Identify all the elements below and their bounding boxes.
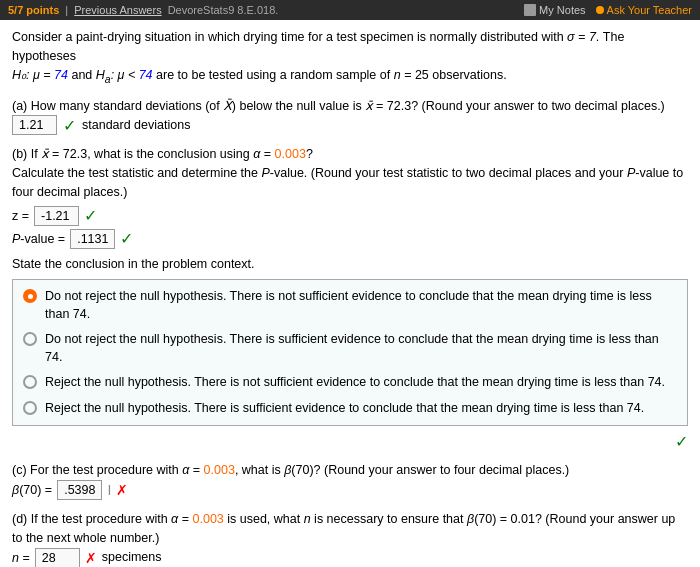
beta-label: β(70) = — [12, 483, 52, 497]
my-notes-button[interactable]: My Notes — [524, 4, 585, 16]
note-icon — [524, 4, 536, 16]
z-row: z = -1.21 ✓ — [12, 206, 688, 226]
state-label: State the conclusion in the problem cont… — [12, 255, 688, 274]
part-a-suffix: standard deviations — [82, 116, 190, 135]
ask-teacher-label: Ask Your Teacher — [607, 4, 692, 16]
radio-option-0[interactable]: Do not reject the null hypothesis. There… — [23, 288, 677, 323]
radio-option-1[interactable]: Do not reject the null hypothesis. There… — [23, 331, 677, 366]
cursor-icon: I — [107, 482, 111, 498]
part-d-label: (d) If the test procedure with α = 0.003… — [12, 510, 688, 548]
part-c: (c) For the test procedure with α = 0.00… — [12, 461, 688, 500]
pvalue-input[interactable]: .1131 — [70, 229, 115, 249]
n-label: n = — [12, 551, 30, 565]
radio-label-0: Do not reject the null hypothesis. There… — [45, 288, 677, 323]
radio-label-1: Do not reject the null hypothesis. There… — [45, 331, 677, 366]
radio-label-2: Reject the null hypothesis. There is not… — [45, 374, 665, 392]
main-content: Consider a paint-drying situation in whi… — [0, 20, 700, 567]
part-a-answer-row: 1.21 ✓ standard deviations — [12, 115, 688, 135]
n-input[interactable]: 28 — [35, 548, 80, 567]
part-a: (a) How many standard deviations (of X̄)… — [12, 97, 688, 136]
radio-circle-2 — [23, 375, 37, 389]
previous-answers-link[interactable]: Previous Answers — [74, 4, 161, 16]
n-row: n = 28 ✗ specimens — [12, 548, 688, 567]
conclusion-radio-group: Do not reject the null hypothesis. There… — [12, 279, 688, 426]
n-suffix: specimens — [102, 548, 162, 567]
beta-input[interactable]: .5398 — [57, 480, 102, 500]
part-c-label: (c) For the test procedure with α = 0.00… — [12, 461, 688, 480]
part-a-check-icon: ✓ — [63, 116, 76, 135]
ask-teacher-button[interactable]: Ask Your Teacher — [596, 4, 692, 16]
points-badge: 5/7 points — [8, 4, 59, 16]
n-x-icon: ✗ — [85, 550, 97, 566]
separator: | — [65, 4, 68, 16]
radio-circle-3 — [23, 401, 37, 415]
part-b-label: (b) If x̄ = 72.3, what is the conclusion… — [12, 145, 688, 164]
my-notes-label: My Notes — [539, 4, 585, 16]
z-input[interactable]: -1.21 — [34, 206, 79, 226]
part-b: (b) If x̄ = 72.3, what is the conclusion… — [12, 145, 688, 451]
hypothesis-h0: H₀: μ = 74 and Ha: μ < 74 are to be test… — [12, 68, 507, 82]
radio-option-2[interactable]: Reject the null hypothesis. There is not… — [23, 374, 677, 392]
radio-option-3[interactable]: Reject the null hypothesis. There is suf… — [23, 400, 677, 418]
radio-circle-1 — [23, 332, 37, 346]
top-bar-left: 5/7 points | Previous Answers DevoreStat… — [8, 4, 278, 16]
part-b-check-icon: ✓ — [675, 432, 688, 451]
z-label: z = — [12, 209, 29, 223]
part-b-sublabel: Calculate the test statistic and determi… — [12, 164, 688, 202]
pvalue-row: P-value = .1131 ✓ — [12, 229, 688, 249]
part-a-label: (a) How many standard deviations (of X̄)… — [12, 97, 688, 116]
pvalue-check-icon: ✓ — [120, 229, 133, 248]
course-code: DevoreStats9 8.E.018. — [168, 4, 279, 16]
sigma-value: σ = 7 — [567, 30, 596, 44]
z-check-icon: ✓ — [84, 206, 97, 225]
beta-x-icon: ✗ — [116, 482, 128, 498]
part-a-input[interactable]: 1.21 — [12, 115, 57, 135]
pvalue-label: P-value = — [12, 232, 65, 246]
top-bar: 5/7 points | Previous Answers DevoreStat… — [0, 0, 700, 20]
radio-label-3: Reject the null hypothesis. There is suf… — [45, 400, 644, 418]
part-d: (d) If the test procedure with α = 0.003… — [12, 510, 688, 567]
top-bar-right: My Notes Ask Your Teacher — [524, 4, 692, 16]
orange-dot-icon — [596, 6, 604, 14]
problem-intro: Consider a paint-drying situation in whi… — [12, 28, 688, 87]
radio-circle-0 — [23, 289, 37, 303]
beta-row: β(70) = .5398 I ✗ — [12, 480, 688, 500]
part-b-check-row: ✓ — [12, 432, 688, 451]
